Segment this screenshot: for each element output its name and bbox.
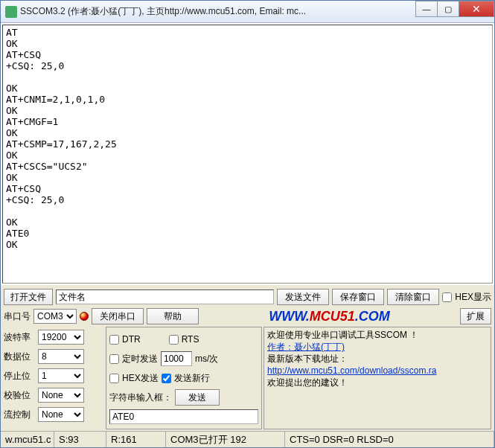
info-author-link[interactable]: 作者：聂小猛(丁丁) (267, 341, 488, 353)
flow-select[interactable]: None (38, 407, 84, 422)
send-newline-checkbox[interactable] (162, 374, 171, 383)
interval-unit: ms/次 (195, 353, 218, 365)
timed-send-checkbox[interactable] (109, 354, 119, 364)
maximize-button[interactable]: ▢ (437, 1, 459, 17)
help-button[interactable]: 帮助 (147, 308, 199, 324)
info-column: 欢迎使用专业串口调试工具SSCOM ！ 作者：聂小猛(丁丁) 最新版本下载地址：… (264, 327, 491, 429)
hex-send-checkbox[interactable] (109, 374, 119, 383)
send-newline-label: 发送新行 (174, 372, 210, 385)
mcu51-link[interactable]: WWW.MCU51.COM (269, 309, 390, 324)
settings-column: 波特率19200 数据位8 停止位1 校验位None 流控制None (4, 327, 104, 429)
control-panel: 打开文件 发送文件 保存窗口 清除窗口 HEX显示 串口号 COM3 关闭串口 … (1, 285, 494, 431)
baud-select[interactable]: 19200 (38, 330, 84, 345)
timed-send-label: 定时发送 (122, 353, 158, 365)
send-file-button[interactable]: 发送文件 (277, 289, 329, 305)
port-select[interactable]: COM3 (33, 309, 77, 324)
parity-select[interactable]: None (38, 388, 84, 403)
send-options-column: DTR RTS 定时发送 ms/次 HEX发送 发送新行 字符串输入框： 发送 (106, 327, 262, 429)
minimize-button[interactable]: — (415, 1, 438, 17)
send-string-input[interactable] (109, 409, 258, 424)
status-indicator-icon (80, 312, 89, 321)
dtr-checkbox[interactable] (109, 335, 119, 345)
hex-display-label: HEX显示 (455, 291, 491, 304)
parity-label: 校验位 (4, 389, 35, 402)
status-url: w.mcu51.c (1, 432, 54, 447)
open-file-button[interactable]: 打开文件 (4, 289, 53, 305)
baud-label: 波特率 (4, 331, 35, 344)
flow-label: 流控制 (4, 409, 35, 421)
app-icon (5, 6, 17, 18)
databits-label: 数据位 (4, 351, 35, 363)
stopbits-select[interactable]: 1 (38, 368, 84, 383)
rts-checkbox[interactable] (169, 335, 179, 345)
info-welcome: 欢迎使用专业串口调试工具SSCOM ！ (267, 329, 488, 341)
status-lines: CTS=0 DSR=0 RLSD=0 (285, 432, 494, 447)
app-window: SSCOM3.2 (作者:聂小猛(丁丁), 主页http://www.mcu51… (0, 0, 495, 448)
dtr-label: DTR (122, 334, 141, 345)
save-window-button[interactable]: 保存窗口 (332, 289, 384, 305)
hex-display-checkbox[interactable] (442, 292, 452, 302)
info-suggestion: 欢迎提出您的建议！ (267, 377, 488, 388)
close-port-button[interactable]: 关闭串口 (92, 308, 144, 324)
hex-send-label: HEX发送 (122, 372, 159, 385)
rts-label: RTS (182, 334, 199, 345)
status-sent: S:93 (54, 432, 106, 447)
info-download-label: 最新版本下载地址： (267, 353, 488, 365)
info-download-link[interactable]: http://www.mcu51.com/download/sscom.ra (267, 365, 488, 377)
terminal-output[interactable]: AT OK AT+CSQ +CSQ: 25,0 OK AT+CNMI=2,1,0… (2, 25, 493, 284)
port-label: 串口号 (4, 310, 31, 323)
filename-input[interactable] (56, 289, 274, 304)
status-port: COM3已打开 192 (166, 432, 285, 447)
databits-select[interactable]: 8 (38, 349, 84, 364)
status-bar: w.mcu51.c S:93 R:161 COM3已打开 192 CTS=0 D… (1, 431, 494, 447)
expand-button[interactable]: 扩展 (460, 308, 491, 324)
window-title: SSCOM3.2 (作者:聂小猛(丁丁), 主页http://www.mcu51… (20, 5, 416, 18)
status-recv: R:161 (106, 432, 166, 447)
interval-input[interactable] (161, 351, 192, 366)
stopbits-label: 停止位 (4, 370, 35, 383)
send-button[interactable]: 发送 (175, 389, 220, 406)
input-box-label: 字符串输入框： (109, 391, 172, 404)
titlebar[interactable]: SSCOM3.2 (作者:聂小猛(丁丁), 主页http://www.mcu51… (1, 1, 494, 23)
close-button[interactable]: ✕ (459, 1, 494, 17)
clear-window-button[interactable]: 清除窗口 (387, 289, 439, 305)
